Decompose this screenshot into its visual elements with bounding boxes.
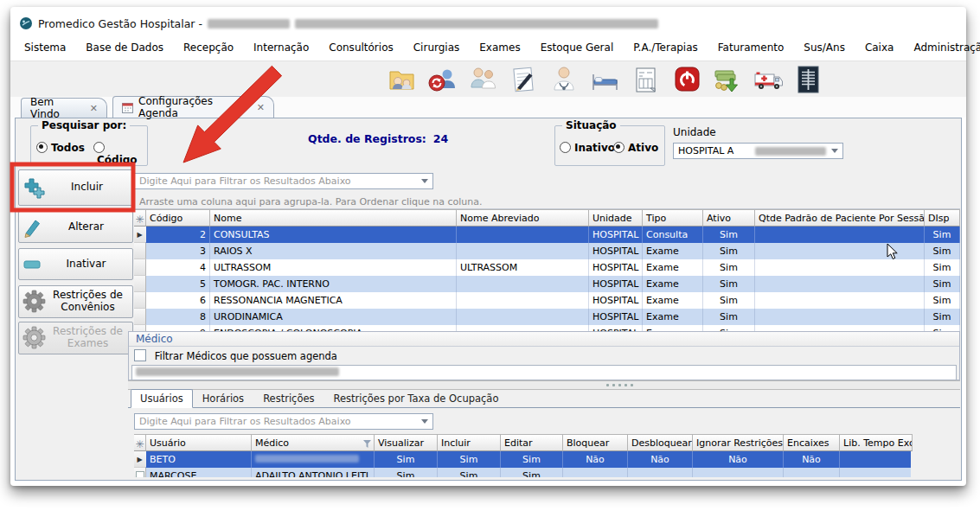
menu-bar: Sistema Base de Dados Recepção Internaçã… bbox=[24, 41, 980, 57]
radiology-icon[interactable] bbox=[791, 63, 825, 96]
cell-nome: RAIOS X bbox=[210, 243, 457, 259]
chevron-down-icon[interactable] bbox=[421, 419, 428, 424]
table-row-raios-x[interactable]: 3 RAIOS X HOSPITAL Exame Sim Sim bbox=[134, 243, 960, 259]
alterar-button[interactable]: Alterar bbox=[18, 211, 133, 243]
column-header-qtde-padrao[interactable]: Qtde Padrão de Paciente Por Sessão bbox=[755, 209, 925, 227]
filtrar-medicos-checkbox-row[interactable]: Filtrar Médicos que possuem agenda bbox=[129, 347, 959, 362]
column-header-encaixes[interactable]: Encaixes bbox=[784, 434, 840, 451]
column-header-visualizar[interactable]: Visualizar bbox=[375, 434, 438, 451]
power-off-icon[interactable] bbox=[669, 63, 703, 96]
bottom-grid-header: ✳ Usuário Médico Visualizar Incluir Edit… bbox=[134, 434, 911, 451]
tab-configuracoes-agenda[interactable]: Configurações Agenda ✕ bbox=[112, 96, 274, 118]
contract-sign-icon[interactable] bbox=[506, 63, 541, 96]
menu-item-faturamento[interactable]: Faturamento bbox=[718, 41, 784, 57]
select-all-icon[interactable]: ✳ bbox=[134, 434, 146, 451]
column-header-ignorar-restricoes[interactable]: Ignorar Restrições bbox=[693, 434, 784, 451]
menu-item-base-de-dados[interactable]: Base de Dados bbox=[86, 41, 163, 57]
column-header-usuario[interactable]: Usuário bbox=[146, 434, 252, 451]
medico-input[interactable] bbox=[131, 365, 957, 380]
window-title: Promedico Gestão Hospitalar - bbox=[38, 17, 202, 30]
record-count-label: Qtde. de Registros: bbox=[308, 132, 426, 145]
table-row-ressonancia[interactable]: 6 RESSONANCIA MAGNETICA HOSPITAL Exame S… bbox=[134, 292, 960, 309]
column-header-incluir[interactable]: Incluir bbox=[438, 434, 501, 451]
column-header-editar[interactable]: Editar bbox=[501, 434, 563, 451]
table-row-urodinamica[interactable]: 8 URODINAMICA HOSPITAL Exame Sim Sim bbox=[134, 309, 960, 325]
incluir-button[interactable]: Incluir bbox=[18, 169, 133, 206]
column-header-nome[interactable]: Nome bbox=[210, 209, 457, 227]
radio-codigo[interactable]: Código bbox=[93, 142, 147, 166]
menu-item-sus-ans[interactable]: Sus/Ans bbox=[804, 41, 845, 57]
column-header-disp[interactable]: DIsp bbox=[925, 209, 960, 227]
table-row-tomogr[interactable]: 5 TOMOGR. PAC. INTERNO HOSPITAL Exame Si… bbox=[134, 276, 960, 292]
radio-todos-circle[interactable] bbox=[36, 142, 48, 153]
tab-restricoes[interactable]: Restrições bbox=[253, 389, 323, 408]
row-indicator bbox=[134, 243, 146, 259]
chevron-down-icon[interactable] bbox=[421, 179, 428, 183]
tab-usuarios[interactable]: Usuários bbox=[131, 389, 193, 408]
radio-todos[interactable]: Todos bbox=[36, 142, 85, 154]
inativar-button[interactable]: Inativar bbox=[18, 248, 133, 280]
table-row-beto[interactable]: ▶ BETO Sim Sim Sim Não Não Não Não bbox=[134, 451, 911, 468]
menu-item-sistema[interactable]: Sistema bbox=[24, 41, 66, 57]
table-row-ultrassom[interactable]: 4 ULTRASSOM ULTRASSOM HOSPITAL Exame Sim… bbox=[134, 259, 960, 276]
incluir-label: Incluir bbox=[45, 182, 129, 194]
calendar-icon bbox=[122, 102, 133, 113]
menu-item-consultorios[interactable]: Consultórios bbox=[329, 41, 393, 57]
tab-horarios[interactable]: Horários bbox=[193, 389, 253, 408]
bottom-filter-combobox[interactable]: Digite Aqui para Filtrar os Resultados A… bbox=[134, 413, 433, 430]
menu-item-caixa[interactable]: Caixa bbox=[865, 41, 894, 57]
column-header-bloquear[interactable]: Bloquear bbox=[563, 434, 628, 451]
medical-team-icon[interactable] bbox=[465, 63, 500, 96]
row-indicator bbox=[134, 259, 146, 276]
filter-funnel-icon[interactable] bbox=[363, 439, 371, 450]
main-filter-combobox[interactable]: Digite Aqui para Filtrar os Resultados A… bbox=[134, 173, 433, 189]
tab-bem-vindo[interactable]: Bem Vindo ✕ bbox=[21, 98, 107, 118]
menu-item-pa-terapias[interactable]: P.A./Terapias bbox=[633, 41, 698, 57]
column-header-medico[interactable]: Médico bbox=[252, 434, 375, 451]
redacted-title-text bbox=[208, 19, 290, 29]
hospital-bed-icon[interactable] bbox=[587, 63, 622, 96]
column-header-desbloquear[interactable]: Desbloquear bbox=[628, 434, 693, 451]
group-by-bar[interactable]: Arraste uma coluna aqui para agrupa-la. … bbox=[134, 194, 960, 209]
column-header-tipo[interactable]: Tipo bbox=[643, 209, 703, 227]
radio-inativo-circle[interactable] bbox=[560, 142, 571, 153]
refresh-contacts-icon[interactable] bbox=[425, 63, 459, 96]
radio-inativo[interactable]: Inativo bbox=[560, 142, 615, 154]
column-header-codigo[interactable]: Código bbox=[146, 209, 210, 227]
select-all-icon[interactable]: ✳ bbox=[134, 209, 146, 227]
menu-item-cirurgias[interactable]: Cirurgias bbox=[413, 41, 460, 57]
close-icon[interactable]: ✕ bbox=[90, 103, 98, 114]
column-header-unidade[interactable]: Unidade bbox=[589, 209, 643, 227]
radio-ativo[interactable]: Ativo bbox=[613, 142, 658, 154]
table-row-endoscopia[interactable]: 9 ENDOSCOPIA / COLONOSCOPIA HOSPITAL Exa… bbox=[134, 325, 960, 331]
table-row-marcose[interactable]: MARCOSE ADAILTO ANTONIO LEITI Sim Sim Si… bbox=[134, 468, 911, 477]
restricoes-convenios-button[interactable]: Restrições de Convênios bbox=[18, 285, 133, 318]
menu-item-administracao[interactable]: Administração bbox=[913, 41, 980, 57]
filtrar-medicos-checkbox[interactable] bbox=[134, 349, 146, 361]
cell-codigo: 4 bbox=[146, 259, 210, 276]
gear-icon bbox=[22, 326, 47, 350]
cell-qtde bbox=[755, 259, 925, 276]
patient-folder-icon[interactable] bbox=[384, 63, 419, 96]
menu-item-recepcao[interactable]: Recepção bbox=[183, 41, 234, 57]
redacted-medico-text bbox=[136, 367, 339, 376]
invoice-icon[interactable] bbox=[628, 63, 663, 96]
tab-restricoes-taxa-ocupacao[interactable]: Restrições por Taxa de Ocupação bbox=[324, 389, 509, 408]
payment-transfer-icon[interactable] bbox=[709, 63, 744, 96]
menu-item-exames[interactable]: Exames bbox=[479, 41, 520, 57]
column-header-lib-tempo-excedente[interactable]: Lib. Tempo Excedent bbox=[840, 434, 913, 451]
cell-editar: Sim bbox=[501, 468, 563, 477]
table-row-consultas[interactable]: ▶ 2 CONSULTAS HOSPITAL Consulta Sim Sim bbox=[134, 227, 960, 243]
cell-tipo: Exame bbox=[643, 259, 703, 276]
column-header-ativo[interactable]: Ativo bbox=[703, 209, 755, 227]
chevron-down-icon[interactable] bbox=[831, 149, 838, 153]
menu-item-estoque-geral[interactable]: Estoque Geral bbox=[541, 41, 614, 57]
column-header-nome-abreviado[interactable]: Nome Abreviado bbox=[457, 209, 589, 227]
doctor-icon[interactable] bbox=[547, 63, 581, 96]
radio-ativo-circle[interactable] bbox=[613, 142, 625, 153]
close-icon[interactable]: ✕ bbox=[257, 102, 265, 113]
unidade-combobox[interactable]: HOSPITAL A bbox=[673, 143, 843, 159]
ambulance-icon[interactable] bbox=[750, 63, 785, 96]
menu-item-internacao[interactable]: Internação bbox=[253, 41, 309, 57]
radio-codigo-circle[interactable] bbox=[93, 142, 105, 153]
